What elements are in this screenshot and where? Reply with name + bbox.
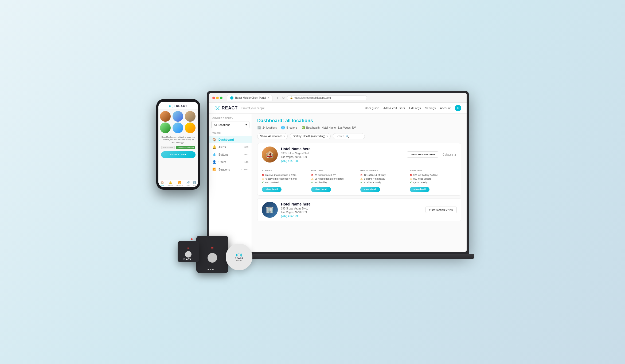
show-filter[interactable]: Show: All locations ▾ — [257, 133, 288, 139]
status-label: Button status — [161, 146, 175, 149]
best-health-stat: ✅ Best health: Hotel Name - Las Vegas, N… — [302, 126, 356, 129]
error-icon: ✖ — [262, 173, 264, 176]
dashboard-icon: 🏠 — [212, 138, 216, 141]
users-icon: 👤 — [212, 160, 216, 164]
laptop-screen: React Mobile Client Portal × ‹ › ↻ 🔒 htt… — [209, 93, 467, 252]
avatar-2 — [173, 111, 183, 122]
app-tagline: Protect your people — [241, 107, 265, 110]
circle-device-logo: REACT — [235, 257, 244, 259]
alert-red-row: ✖ 3 active (no response > 5:00) — [262, 173, 309, 176]
browser-tab[interactable]: React Mobile Client Portal × — [227, 95, 272, 101]
sidebar-item-beacons[interactable]: 📶 Beacons 11,092 — [209, 166, 252, 173]
phone-logo: ((·)) REACT — [162, 104, 195, 108]
tab-close[interactable]: × — [268, 96, 269, 99]
url-bar[interactable]: 🔒 https://dc.reactmobileapps.com — [287, 95, 367, 100]
edit-orgs-link[interactable]: Edit orgs — [409, 106, 421, 110]
location-card-1: Hotel Name here 3355 S Las Vegas Blvd, L… — [257, 143, 461, 196]
app-body: ORG/PROPERTY All Locations ▾ VIEWS 🏠 Das… — [209, 114, 467, 252]
responder-green-row: ✔ 3 online + ready — [360, 181, 408, 184]
location-address-1: 3355 S Las Vegas Blvd, Las Vegas, NV 891… — [281, 152, 404, 159]
avatar-4 — [160, 122, 171, 133]
settings-link[interactable]: Settings — [425, 106, 436, 110]
main-scene: ((·)) REACT ReactMobile does not track o… — [156, 91, 469, 273]
phone-nav-home[interactable]: 🏠 HOME — [160, 181, 164, 186]
phone-nav-beacons[interactable]: 📶 BEACONS — [176, 181, 183, 186]
logo-area: ((·)) REACT Protect your people — [214, 106, 265, 110]
laptop-body: React Mobile Client Portal × ‹ › ↻ 🔒 htt… — [207, 91, 469, 254]
phone-nav-info[interactable]: ℹ️ INFO — [193, 181, 196, 186]
beacons-badge: 11,092 — [241, 168, 248, 171]
buttons-icon: 💧 — [212, 153, 216, 156]
metrics-grid-1: ALERTS ✖ 3 active (no response > 5:00) ⚠… — [257, 166, 461, 195]
building-icon: 🏢 — [257, 126, 261, 129]
minimize-dot[interactable] — [216, 97, 219, 99]
beacons-view-detail[interactable]: View detail — [410, 187, 429, 192]
large-device-logo: REACT — [208, 268, 217, 271]
account-link[interactable]: Account — [440, 106, 451, 110]
home-icon: 🏠 — [161, 181, 164, 184]
check-icon: ✔ — [410, 181, 412, 184]
collapse-button-1[interactable]: Collapse ▲ — [443, 153, 457, 156]
nav-links: User guide Add & edit users Edit orgs Se… — [365, 105, 461, 111]
alert-yellow-row: ⚠ 6 active (no response > 5:00) — [262, 177, 309, 180]
sidebar-item-buttons[interactable]: 💧 Buttons 992 — [209, 151, 252, 158]
chevron-down-icon: ▾ — [326, 135, 328, 138]
locations-stat: 🏢 24 locations — [257, 126, 277, 129]
dashboard-stats: 🏢 24 locations 🌐 5 regions ✅ Best health… — [257, 126, 461, 129]
reload-button[interactable]: ↻ — [282, 96, 285, 100]
sidebar-item-alerts[interactable]: 🔔 Alerts 659 — [209, 143, 252, 151]
info-icon: ℹ️ — [193, 181, 196, 184]
browser-navigation: ‹ › ↻ — [277, 96, 285, 100]
avatar-5 — [173, 122, 183, 133]
button-yellow-row: ⚠ 297 need update or charge — [311, 177, 358, 180]
view-dashboard-button-2[interactable]: VIEW DASHBOARD — [425, 207, 457, 213]
sort-filter[interactable]: Sort by: Health (ascending) ▾ — [290, 133, 330, 139]
tab-icon — [230, 96, 233, 100]
alerts-icon: 🔔 — [169, 181, 172, 184]
location-image-2 — [262, 202, 278, 218]
error-icon: ✖ — [410, 173, 412, 176]
warning-icon: ⚠ — [360, 177, 363, 180]
maximize-dot[interactable] — [220, 97, 222, 99]
sidebar-item-users[interactable]: 👤 Users 145 — [209, 158, 252, 166]
forward-button[interactable]: › — [279, 96, 280, 100]
close-dot[interactable] — [212, 97, 215, 99]
phone-nav-alerts[interactable]: 🔔 ALERTS — [168, 181, 173, 186]
add-edit-users-link[interactable]: Add & edit users — [383, 106, 405, 110]
views-label: VIEWS — [209, 132, 252, 134]
sidebar-item-dashboard[interactable]: 🏠 Dashboard — [209, 136, 252, 143]
responders-view-detail[interactable]: View detail — [360, 187, 380, 192]
sidebar: ORG/PROPERTY All Locations ▾ VIEWS 🏠 Das… — [209, 114, 252, 252]
circle-device: ((·)) REACT mobile — [226, 244, 252, 270]
buttons-view-detail[interactable]: View detail — [311, 187, 331, 192]
back-button[interactable]: ‹ — [277, 96, 278, 100]
avatar-1 — [160, 111, 171, 122]
location-image-1 — [262, 147, 278, 163]
all-locations-dropdown[interactable]: All Locations ▾ — [211, 121, 249, 128]
phone-nav-pair[interactable]: 🔗 PAIR — [186, 181, 190, 186]
alerts-view-detail[interactable]: View detail — [262, 187, 282, 192]
phone-navigation: 🏠 HOME 🔔 ALERTS 📶 BEACONS 🔗 PAIR ℹ️ — [158, 180, 198, 187]
user-guide-link[interactable]: User guide — [365, 106, 379, 110]
app-header: ((·)) REACT Protect your people User gui… — [209, 103, 467, 114]
button-green-row: ✔ 672 healthy — [311, 181, 358, 184]
tab-title: React Mobile Client Portal — [235, 96, 266, 99]
check-icon: ✔ — [311, 181, 313, 184]
alerts-metric: ALERTS ✖ 3 active (no response > 5:00) ⚠… — [262, 169, 309, 192]
main-content: Dashboard: all locations 🏢 24 locations … — [252, 114, 467, 252]
phone-device: ((·)) REACT ReactMobile does not track o… — [156, 99, 200, 190]
search-box[interactable]: Search 🔍 — [333, 133, 365, 139]
phone-screen: ((·)) REACT ReactMobile does not track o… — [158, 102, 198, 187]
send-alert-button[interactable]: SEND ALERT — [161, 151, 196, 158]
user-avatar[interactable]: U — [455, 105, 461, 111]
location-address-2: 190 S Las Vegas Blvd, Las Vegas, NV 8910… — [281, 207, 422, 214]
users-badge: 145 — [244, 161, 248, 163]
location-phone-2: (702) 414-1938 — [281, 215, 422, 218]
alerts-badge: 659 — [244, 146, 248, 148]
alerts-bell-icon: 🔔 — [212, 145, 216, 149]
browser-dots — [212, 97, 222, 99]
error-icon: ✖ — [360, 173, 362, 176]
view-dashboard-button-1[interactable]: VIEW DASHBOARD — [407, 151, 438, 158]
error-icon: ✖ — [311, 173, 313, 176]
location-info-2: Hotel Name here 190 S Las Vegas Blvd, La… — [281, 202, 422, 218]
